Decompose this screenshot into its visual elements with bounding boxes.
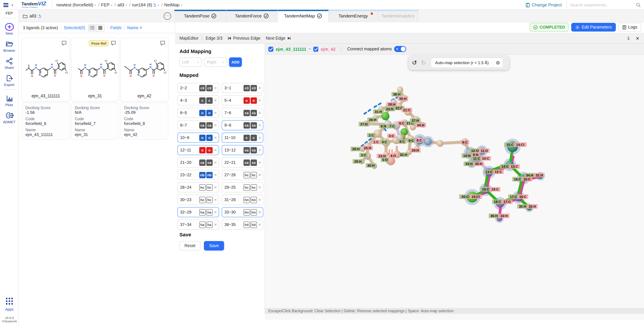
mapping-chip-12~11[interactable]: 12~11oo✕	[178, 145, 219, 155]
mapping-chip-3~1[interactable]: 3~1c3c3✕	[222, 83, 263, 93]
remove-mapping-icon[interactable]: ✕	[258, 173, 261, 177]
sidebar-item-share[interactable]: Share	[0, 57, 18, 70]
mapping-chip-30~23[interactable]: 30~23hchc✕	[178, 195, 219, 205]
mapping-chip-22~21[interactable]: 22~21caca✕	[222, 157, 263, 168]
remove-mapping-icon[interactable]: ✕	[214, 86, 217, 90]
remove-mapping-icon[interactable]: ✕	[258, 123, 261, 127]
search-input[interactable]	[570, 3, 636, 7]
mapping-chip-6~5[interactable]: 6~5nn✕	[178, 108, 219, 118]
remove-mapping-icon[interactable]: ✕	[258, 160, 261, 165]
sidebar-item-apps[interactable]: Apps	[0, 307, 19, 311]
connect-mapped-atoms-toggle[interactable]	[394, 46, 406, 52]
mapping-chip-11~10[interactable]: 11~10cc✕	[222, 133, 263, 143]
save-button[interactable]: Save	[204, 241, 224, 250]
list-view-icon[interactable]	[88, 24, 96, 31]
mapping-chip-5~4[interactable]: 5~4oo✕	[222, 95, 263, 105]
sidebar-item-browse[interactable]: Browse	[0, 40, 18, 52]
remove-mapping-icon[interactable]: ✕	[258, 185, 261, 190]
mapping-chip-37~34[interactable]: 37~34haha✕	[178, 220, 219, 230]
selected-count-link[interactable]: Selected(0)	[64, 25, 85, 30]
remove-mapping-icon[interactable]: ✕	[258, 198, 261, 202]
download-icon[interactable]: ⇩	[626, 36, 630, 41]
comment-icon[interactable]	[111, 41, 116, 46]
mapping-chip-38~35[interactable]: 38~35h4h4✕	[222, 220, 263, 230]
remove-mapping-icon[interactable]: ✕	[214, 160, 217, 165]
tab-tandemenergy[interactable]: TandemEnergy	[329, 10, 378, 22]
sidebar-item-admet[interactable]: ADMET	[0, 112, 18, 124]
3d-viewer[interactable]: ejm_43_111111 ~ ejm_42 Connect mapped at…	[265, 44, 644, 320]
sidebar-item-plots[interactable]: Plots	[0, 94, 18, 107]
mapping-chip-13~12[interactable]: 13~12caca✕	[222, 145, 263, 155]
tab-tandemanalytics[interactable]: TandemAnalytics	[378, 10, 418, 22]
sidebar-item-export[interactable]: Export	[0, 74, 18, 87]
sort-by-name-button[interactable]: Name	[127, 25, 142, 30]
mapping-chip-21~20[interactable]: 21~20caca✕	[178, 157, 219, 168]
remove-mapping-icon[interactable]: ✕	[214, 135, 217, 140]
edit-run-icon[interactable]: ✎	[153, 3, 156, 7]
reset-button[interactable]: Reset	[180, 241, 200, 250]
remove-mapping-icon[interactable]: ✕	[214, 185, 217, 190]
remove-mapping-icon[interactable]: ✕	[214, 111, 217, 115]
ligand-card[interactable]: Pose Ref	[71, 38, 119, 140]
mapping-chip-7~6[interactable]: 7~6caca✕	[222, 108, 263, 118]
remove-mapping-icon[interactable]: ✕	[214, 210, 217, 214]
search-icon[interactable]	[636, 3, 641, 7]
grid-view-icon[interactable]	[96, 24, 104, 31]
breadcrumb-item[interactable]: /run184 (8)✎∨	[128, 2, 159, 8]
mapping-chip-10~9[interactable]: 10~9nn✕	[178, 133, 219, 143]
mapping-chip-2~2[interactable]: 2~2c3c3✕	[178, 83, 219, 93]
breadcrumb-item[interactable]: newtest (forcefield)∨	[56, 2, 96, 8]
remove-mapping-icon[interactable]: ✕	[258, 148, 261, 152]
ligand-card[interactable]: O H N N H N O Cl Cl ejm_43_111111 Dockin…	[22, 38, 70, 140]
remove-mapping-icon[interactable]: ✕	[258, 86, 261, 90]
previous-edge-button[interactable]: Previous Edge	[228, 36, 260, 41]
logs-button[interactable]: Logs	[618, 23, 641, 32]
ligand-b-checkbox[interactable]	[313, 47, 318, 52]
comment-icon[interactable]	[160, 41, 165, 46]
mapping-chip-23~22[interactable]: 23~22nbnb✕	[178, 170, 219, 180]
mapping-chip-31~28[interactable]: 31~28hnhn✕	[222, 195, 263, 205]
mapping-chip-4~3[interactable]: 4~3cc✕	[178, 95, 219, 105]
more-options-button[interactable]: ···	[164, 12, 171, 20]
edit-folder-icon[interactable]: ✎	[38, 14, 42, 18]
remove-mapping-icon[interactable]: ✕	[258, 222, 261, 227]
remove-mapping-icon[interactable]: ✕	[214, 198, 217, 202]
fields-button[interactable]: Fields	[110, 25, 122, 30]
mapping-chip-8~7[interactable]: 8~7caca✕	[178, 120, 219, 130]
remove-mapping-icon[interactable]: ✕	[258, 135, 261, 140]
right-atom-select[interactable]: Right ∨	[204, 57, 227, 67]
remove-mapping-icon[interactable]: ✕	[214, 222, 217, 227]
breadcrumb-item[interactable]: /all3∨	[114, 2, 127, 8]
hamburger-menu-icon[interactable]: ∨	[3, 2, 14, 8]
ligand-card[interactable]: O H N N H N O Cl Cl ejm_42 Docking Score…	[120, 38, 168, 140]
mapping-chip-27~26[interactable]: 27~26hchc✕	[222, 170, 263, 180]
mapping-chip-9~8[interactable]: 9~8caca✕	[222, 120, 263, 130]
remove-mapping-icon[interactable]: ✕	[258, 210, 261, 214]
mapping-chip-28~24[interactable]: 28~24hchc✕	[178, 182, 219, 192]
next-edge-button[interactable]: Next Edge	[266, 36, 291, 41]
remove-mapping-icon[interactable]: ✕	[214, 173, 217, 177]
remove-mapping-icon[interactable]: ✕	[258, 111, 261, 115]
mapping-chip-29~25[interactable]: 29~25hchc✕	[222, 182, 263, 192]
apps-grid-icon[interactable]	[0, 297, 19, 307]
breadcrumb-item[interactable]: /FEP∨	[98, 2, 112, 8]
app-logo[interactable]: TandemVIZ The power of integration	[22, 1, 50, 9]
edit-parameters-button[interactable]: Edit Parameters	[572, 23, 616, 32]
left-atom-select[interactable]: Left ∨	[180, 57, 202, 67]
sidebar-item-new[interactable]: New	[0, 23, 18, 35]
remove-mapping-icon[interactable]: ✕	[214, 123, 217, 127]
change-project-button[interactable]: Change Project	[521, 2, 566, 8]
tab-tandempose[interactable]: TandemPose	[174, 10, 226, 22]
tab-tandemnetmap[interactable]: TandemNetMap	[278, 10, 329, 22]
add-mapping-button[interactable]: ADD	[229, 57, 242, 67]
ligand-a-checkbox[interactable]	[268, 47, 273, 52]
tab-tandemforce[interactable]: TandemForce	[226, 10, 278, 22]
mapping-chip-33~30[interactable]: 33~30hnhn✕	[222, 207, 263, 217]
remove-mapping-icon[interactable]: ✕	[214, 148, 217, 152]
close-icon[interactable]: ✕	[636, 36, 639, 41]
remove-mapping-icon[interactable]: ✕	[258, 98, 261, 103]
breadcrumb-item[interactable]: /NetMap∨	[161, 2, 182, 8]
remove-mapping-icon[interactable]: ✕	[214, 98, 217, 103]
comment-icon[interactable]	[62, 41, 67, 46]
molecule-3d-scene[interactable]: 38:H35:H28:H23:N22:C21:C31:H26:H27:H6:N7…	[265, 55, 644, 308]
